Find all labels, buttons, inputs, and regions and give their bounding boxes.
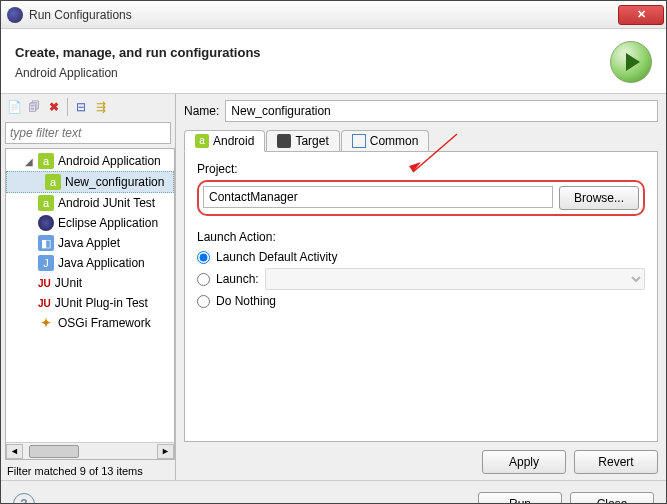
tab-common[interactable]: Common — [341, 130, 430, 151]
eclipse-app-icon — [38, 215, 54, 231]
tree-label: OSGi Framework — [58, 316, 151, 330]
tab-bar: a Android Target Common — [184, 128, 658, 152]
close-button[interactable]: Close — [570, 492, 654, 505]
run-button[interactable]: Run — [478, 492, 562, 505]
expander-icon[interactable]: ◢ — [24, 156, 34, 167]
osgi-icon: ✦ — [38, 315, 54, 331]
android-icon: a — [38, 153, 54, 169]
project-input[interactable] — [203, 186, 553, 208]
delete-config-icon[interactable]: ✖ — [45, 98, 63, 116]
radio-launch[interactable] — [197, 273, 210, 286]
filter-icon[interactable]: ⇶ — [92, 98, 110, 116]
launch-activity-select — [265, 268, 645, 290]
common-icon — [352, 134, 366, 148]
radio-label: Launch Default Activity — [216, 250, 337, 264]
target-icon — [277, 134, 291, 148]
right-panel: Name: a Android Target Common Project: — [176, 94, 666, 480]
dialog-footer: ? Run Close — [1, 480, 666, 504]
name-label: Name: — [184, 104, 219, 118]
tree-item-junit[interactable]: JU JUnit — [6, 273, 174, 293]
tree-label: Android Application — [58, 154, 161, 168]
collapse-all-icon[interactable]: ⊟ — [72, 98, 90, 116]
scroll-right-icon[interactable]: ► — [157, 444, 174, 459]
launch-action-label: Launch Action: — [197, 230, 645, 244]
tab-label: Common — [370, 134, 419, 148]
tree-label: Java Application — [58, 256, 145, 270]
android-junit-icon: a — [38, 195, 54, 211]
tree-item-eclipse-app[interactable]: Eclipse Application — [6, 213, 174, 233]
tree-item-android-app[interactable]: ◢ a Android Application — [6, 151, 174, 171]
tree-item-junit-plugin[interactable]: JU JUnit Plug-in Test — [6, 293, 174, 313]
tree-label: Eclipse Application — [58, 216, 158, 230]
tree-item-java-app[interactable]: J Java Application — [6, 253, 174, 273]
tree-item-osgi[interactable]: ✦ OSGi Framework — [6, 313, 174, 333]
filter-input[interactable] — [5, 122, 171, 144]
java-applet-icon: ◧ — [38, 235, 54, 251]
radio-label: Do Nothing — [216, 294, 276, 308]
duplicate-config-icon[interactable]: 🗐 — [25, 98, 43, 116]
tree-label: JUnit — [55, 276, 82, 290]
tab-android[interactable]: a Android — [184, 130, 265, 152]
window-title: Run Configurations — [29, 8, 618, 22]
revert-button[interactable]: Revert — [574, 450, 658, 474]
tree-item-new-config[interactable]: a New_configuration — [6, 171, 174, 193]
close-window-button[interactable]: ✕ — [618, 5, 664, 25]
window-titlebar: Run Configurations ✕ — [1, 1, 666, 29]
new-config-icon[interactable]: 📄 — [5, 98, 23, 116]
android-icon: a — [195, 134, 209, 148]
android-icon: a — [45, 174, 61, 190]
config-toolbar: 📄 🗐 ✖ ⊟ ⇶ — [1, 94, 175, 120]
tab-target[interactable]: Target — [266, 130, 339, 151]
tree-label: Java Applet — [58, 236, 120, 250]
tree-label: Android JUnit Test — [58, 196, 155, 210]
radio-do-nothing[interactable] — [197, 295, 210, 308]
header-subtitle: Android Application — [15, 66, 261, 80]
project-label: Project: — [197, 162, 645, 176]
radio-label: Launch: — [216, 272, 259, 286]
tree-label: JUnit Plug-in Test — [55, 296, 148, 310]
tab-label: Android — [213, 134, 254, 148]
browse-button[interactable]: Browse... — [559, 186, 639, 210]
run-icon — [610, 41, 652, 83]
radio-default-activity[interactable] — [197, 251, 210, 264]
horizontal-scrollbar[interactable]: ◄ ► — [6, 442, 174, 459]
tab-label: Target — [295, 134, 328, 148]
tree-item-android-junit[interactable]: a Android JUnit Test — [6, 193, 174, 213]
eclipse-icon — [7, 7, 23, 23]
help-icon[interactable]: ? — [13, 493, 35, 505]
tree-label: New_configuration — [65, 175, 164, 189]
name-input[interactable] — [225, 100, 658, 122]
junit-plugin-icon: JU — [38, 295, 51, 311]
apply-button[interactable]: Apply — [482, 450, 566, 474]
config-tree[interactable]: ◢ a Android Application a New_configurat… — [5, 148, 175, 460]
tree-item-java-applet[interactable]: ◧ Java Applet — [6, 233, 174, 253]
filter-status: Filter matched 9 of 13 items — [1, 462, 175, 480]
tab-content-android: Project: Browse... Launch Action: Launch… — [184, 152, 658, 442]
left-panel: 📄 🗐 ✖ ⊟ ⇶ ◢ a Android Application a New_… — [1, 94, 176, 480]
header-title: Create, manage, and run configurations — [15, 45, 261, 60]
project-row-highlight: Browse... — [197, 180, 645, 216]
scroll-left-icon[interactable]: ◄ — [6, 444, 23, 459]
java-app-icon: J — [38, 255, 54, 271]
junit-icon: JU — [38, 275, 51, 291]
dialog-header: Create, manage, and run configurations A… — [1, 29, 666, 93]
